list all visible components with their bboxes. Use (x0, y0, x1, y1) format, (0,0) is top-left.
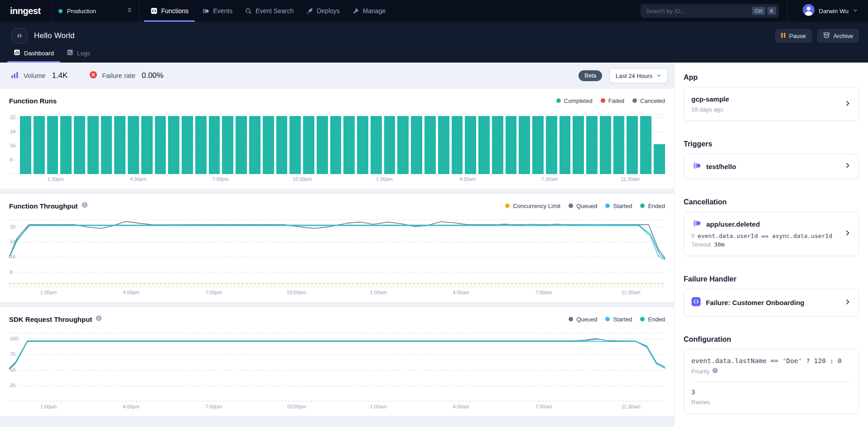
run-count-bar[interactable] (586, 116, 598, 174)
run-count-bar[interactable] (263, 116, 274, 174)
run-count-bar[interactable] (236, 116, 247, 174)
info-icon[interactable] (96, 315, 102, 323)
search-placeholder: Search by ID... (646, 8, 750, 15)
run-count-bar[interactable] (343, 116, 355, 174)
user-menu[interactable]: Darwin Wu (795, 0, 868, 22)
x-axis-label: 1:30am (376, 176, 393, 182)
run-count-bar[interactable] (128, 116, 139, 174)
run-count-bar[interactable] (168, 116, 179, 174)
search-input[interactable]: Search by ID... Ctrl K (641, 4, 779, 18)
environment-status-dot (58, 9, 63, 13)
archive-button[interactable]: Archive (817, 29, 859, 43)
section-heading: Cancellation (684, 198, 859, 206)
configuration-section: Configuration event.data.lastName == 'Do… (684, 335, 859, 414)
chart-legend: Concurrency LimitQueuedStartedEnded (505, 203, 665, 209)
run-count-bar[interactable] (222, 116, 233, 174)
run-count-bar[interactable] (249, 116, 260, 174)
time-range-dropdown[interactable]: Last 24 Hours (609, 68, 668, 83)
run-count-bar[interactable] (330, 116, 342, 174)
nav-item-event-search[interactable]: Event Search (239, 0, 300, 22)
run-count-bar[interactable] (546, 116, 557, 174)
run-count-bar[interactable] (60, 116, 72, 174)
run-count-bar[interactable] (182, 116, 193, 174)
legend-item: Queued (569, 316, 597, 323)
info-icon[interactable] (82, 202, 88, 210)
x-axis-label: 11:30am (622, 290, 641, 295)
run-count-bar[interactable] (303, 116, 314, 174)
chart-canvas (9, 219, 665, 287)
run-count-bar[interactable] (289, 116, 301, 174)
cancellation-card[interactable]: app/user.deleted If event.data.userId ==… (684, 212, 859, 256)
nav-item-events[interactable]: Events (195, 0, 239, 22)
run-count-bar[interactable] (438, 116, 449, 174)
run-count-bar[interactable] (47, 116, 58, 174)
x-axis-label: 4:30pm (130, 176, 147, 182)
logs-terminal-icon (67, 49, 73, 57)
info-icon[interactable] (712, 368, 718, 375)
run-count-bar[interactable] (492, 116, 503, 174)
legend-label: Started (613, 316, 632, 323)
tab-dashboard[interactable]: Dashboard (7, 45, 60, 63)
run-count-bar[interactable] (34, 116, 45, 174)
x-axis-labels: 1:30pm4:30pm7:30pm10:30pm1:30am4:30am7:3… (9, 174, 665, 184)
run-count-bar[interactable] (452, 116, 463, 174)
run-count-bar[interactable] (506, 116, 517, 174)
run-count-bar[interactable] (101, 116, 112, 174)
run-count-bar[interactable] (74, 116, 85, 174)
chart-legend: CompletedFailedCanceled (556, 97, 665, 104)
legend-item: Concurrency Limit (505, 203, 560, 209)
run-count-bar[interactable] (627, 116, 638, 174)
function-throughput-panel: Function Throughput Concurrency LimitQue… (0, 194, 674, 302)
volume-bars-icon (11, 71, 19, 80)
run-count-bar[interactable] (640, 116, 651, 174)
run-count-bar[interactable] (20, 116, 31, 174)
nav-item-functions[interactable]: Functions (144, 0, 195, 22)
app-name: gcp-sample (691, 95, 839, 103)
run-count-bar[interactable] (573, 116, 584, 174)
y-axis-label: 50 (10, 367, 15, 373)
nav-item-deploys[interactable]: Deploys (300, 0, 346, 22)
legend-dot (556, 98, 561, 103)
run-count-bar[interactable] (532, 116, 544, 174)
run-count-bar[interactable] (141, 116, 153, 174)
archive-label: Archive (834, 33, 853, 39)
run-count-bar[interactable] (371, 116, 382, 174)
environment-selector[interactable]: Production (52, 0, 139, 22)
run-count-bar[interactable] (276, 116, 288, 174)
run-count-bar[interactable] (478, 116, 490, 174)
nav-item-manage[interactable]: Manage (346, 0, 392, 22)
run-count-bar[interactable] (600, 116, 611, 174)
run-count-bar[interactable] (559, 116, 571, 174)
run-count-bar[interactable] (195, 116, 207, 174)
run-count-bar[interactable] (424, 116, 436, 174)
run-count-bar[interactable] (613, 116, 625, 174)
run-count-bar[interactable] (384, 116, 395, 174)
nav-item-label: Events (213, 7, 232, 15)
trigger-card[interactable]: test/hello (684, 154, 859, 179)
run-count-bar[interactable] (465, 116, 476, 174)
tab-logs[interactable]: Logs (60, 45, 96, 63)
legend-dot (569, 317, 573, 321)
legend-dot (505, 204, 510, 208)
run-count-bar[interactable] (654, 144, 665, 174)
pause-button[interactable]: Pause (775, 29, 812, 43)
run-count-bar[interactable] (87, 116, 99, 174)
legend-label: Queued (576, 316, 597, 323)
broadcast-icon (691, 162, 701, 171)
run-count-bar[interactable] (209, 116, 220, 174)
rocket-icon (306, 8, 313, 15)
app-card[interactable]: gcp-sample 18 days ago (684, 87, 859, 121)
x-axis-label: 10:30pm (293, 176, 312, 182)
run-count-bar[interactable] (411, 116, 422, 174)
run-count-bar[interactable] (155, 116, 166, 174)
run-count-bar[interactable] (519, 116, 530, 174)
timeout-value: 30m (714, 241, 724, 248)
run-count-bar[interactable] (317, 116, 328, 174)
legend-dot (601, 98, 605, 103)
y-axis-label: 24 (10, 129, 15, 134)
failure-handler-card[interactable]: Failure: Customer Onboarding (684, 289, 859, 316)
run-count-bar[interactable] (357, 116, 368, 174)
legend-item: Canceled (632, 97, 665, 104)
run-count-bar[interactable] (397, 116, 409, 174)
run-count-bar[interactable] (114, 116, 125, 174)
